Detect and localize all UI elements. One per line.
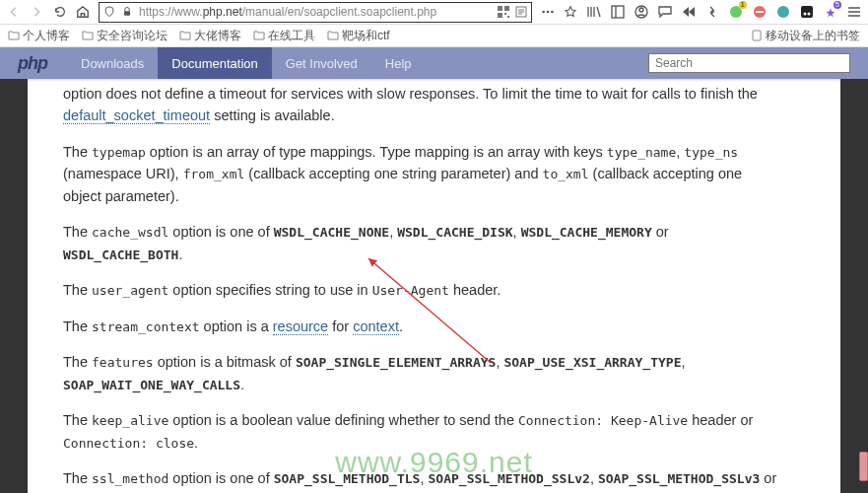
- chat-icon[interactable]: [657, 4, 673, 20]
- svg-rect-4: [504, 13, 506, 15]
- url-bar[interactable]: https://www.php.net/manual/en/soapclient…: [99, 2, 532, 23]
- svg-point-12: [639, 8, 643, 12]
- svg-line-20: [368, 258, 491, 363]
- svg-point-13: [730, 6, 742, 18]
- link-resource[interactable]: resource: [273, 318, 328, 335]
- reader-icon[interactable]: [515, 6, 527, 18]
- browser-toolbar: https://www.php.net/manual/en/soapclient…: [0, 0, 868, 25]
- left-gutter: [0, 79, 28, 493]
- folder-icon: [8, 30, 20, 41]
- svg-point-17: [804, 13, 807, 16]
- folder-icon: [327, 30, 339, 41]
- paragraph: The cache_wsdl option is one of WSDL_CAC…: [63, 221, 781, 265]
- bookmark-item[interactable]: 个人博客: [8, 28, 70, 44]
- folder-icon: [179, 30, 191, 41]
- paragraph: The stream_context option is a resource …: [63, 316, 781, 337]
- back-button[interactable]: [6, 4, 22, 20]
- account-icon[interactable]: [634, 4, 649, 20]
- svg-rect-3: [498, 13, 502, 18]
- nav-documentation[interactable]: Documentation: [158, 47, 271, 79]
- paragraph: The typemap option is an array of type m…: [63, 141, 781, 207]
- bookmark-item[interactable]: 在线工具: [253, 28, 315, 44]
- bookmark-star-button[interactable]: [564, 4, 579, 20]
- nav-help[interactable]: Help: [371, 47, 426, 79]
- paragraph: The keep_alive option is a boolean value…: [63, 409, 781, 454]
- folder-icon: [82, 30, 94, 41]
- svg-point-7: [542, 11, 545, 14]
- right-gutter: [840, 79, 868, 493]
- svg-rect-10: [612, 6, 624, 18]
- ext3-icon[interactable]: [775, 4, 791, 20]
- folder-icon: [253, 30, 265, 41]
- paragraph: The ssl_method option is one of SOAP_SSL…: [63, 467, 781, 493]
- svg-point-18: [808, 13, 811, 16]
- page-actions-button[interactable]: [540, 4, 556, 20]
- ext4-icon[interactable]: [799, 4, 815, 20]
- php-logo[interactable]: php: [18, 53, 47, 74]
- bookmark-item[interactable]: 安全咨询论坛: [82, 28, 167, 44]
- php-navbar: php Downloads Documentation Get Involved…: [0, 47, 868, 79]
- search-input[interactable]: [648, 53, 850, 73]
- sidebar-icon[interactable]: [610, 4, 626, 20]
- php-nav: Downloads Documentation Get Involved Hel…: [67, 47, 426, 79]
- sync-icon[interactable]: [704, 4, 720, 20]
- scroll-indicator[interactable]: [859, 452, 868, 481]
- bookmark-item[interactable]: 大佬博客: [179, 28, 241, 44]
- library-icon[interactable]: [586, 4, 602, 20]
- paragraph: The features option is a bitmask of SOAP…: [63, 351, 781, 395]
- svg-rect-16: [801, 6, 813, 18]
- url-text: https://www.php.net/manual/en/soapclient…: [139, 5, 492, 19]
- forward-button[interactable]: [30, 4, 45, 20]
- home-button[interactable]: [76, 4, 92, 20]
- ext2-icon[interactable]: [752, 4, 768, 20]
- svg-rect-1: [498, 6, 502, 11]
- link-context[interactable]: context: [353, 318, 399, 335]
- bookmark-item[interactable]: 靶场和ctf: [327, 28, 390, 44]
- paragraph: The user_agent option specifies string t…: [63, 279, 781, 301]
- svg-rect-0: [124, 11, 130, 16]
- svg-rect-2: [504, 6, 509, 11]
- svg-point-9: [551, 11, 554, 14]
- doc-content: option does not define a timeout for ser…: [28, 79, 840, 493]
- nav-downloads[interactable]: Downloads: [67, 47, 158, 79]
- lock-icon: [121, 6, 133, 18]
- ext5-icon[interactable]: [823, 4, 838, 20]
- svg-rect-5: [507, 16, 509, 18]
- paragraph: option does not define a timeout for ser…: [63, 83, 781, 127]
- shield-icon: [103, 6, 115, 18]
- bookmarks-bar: 个人博客 安全咨询论坛 大佬博客 在线工具 靶场和ctf 移动设备上的书签: [0, 25, 868, 47]
- svg-rect-19: [753, 31, 761, 40]
- menu-button[interactable]: [846, 4, 862, 20]
- qr-icon[interactable]: [498, 6, 509, 18]
- svg-point-15: [777, 6, 789, 18]
- svg-point-8: [546, 11, 549, 14]
- rewind-icon[interactable]: [681, 4, 697, 20]
- mobile-bookmarks[interactable]: 移动设备上的书签: [752, 28, 860, 44]
- reload-button[interactable]: [52, 4, 68, 20]
- phone-icon: [752, 30, 762, 41]
- nav-getinvolved[interactable]: Get Involved: [272, 47, 371, 79]
- link-default-socket-timeout[interactable]: default_socket_timeout: [63, 107, 210, 124]
- ext1-icon[interactable]: [728, 4, 744, 20]
